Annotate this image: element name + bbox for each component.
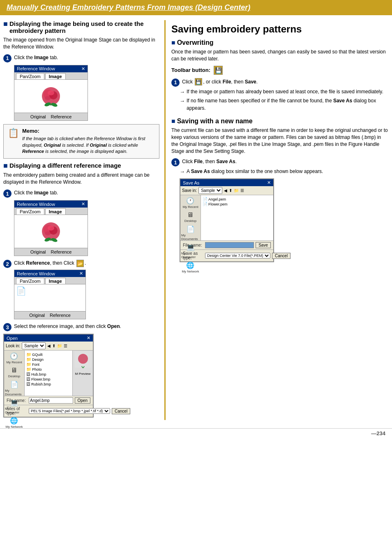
arrow-item-2: → If no file name has been specified or … xyxy=(180,97,389,112)
ref-footer-original-2[interactable]: Original xyxy=(30,249,46,254)
ref-window-2-content xyxy=(14,215,88,248)
cancel-button-open[interactable]: Cancel xyxy=(112,408,130,414)
folder-font[interactable]: 📁 Font xyxy=(26,362,71,367)
save-icon-inline[interactable]: 💾 xyxy=(195,78,202,85)
file-flowerpem[interactable]: 📄 Flower.pem xyxy=(203,202,272,206)
tab-image-1[interactable]: Image xyxy=(45,73,66,79)
saveas-sidebar-myrecent[interactable]: 🕐 My Recent xyxy=(182,197,198,209)
save-toolbar-icon[interactable]: 💾 xyxy=(214,66,223,75)
file-icon-flowerbmp: 🖼 xyxy=(26,377,30,381)
saveas-dialog-title-text: Save As xyxy=(183,180,199,185)
rose-image-1 xyxy=(39,84,63,108)
close-icon-3[interactable]: ✕ xyxy=(79,271,83,276)
toolbar-view-icon[interactable]: ☰ xyxy=(64,344,67,348)
ref-footer-reference-3[interactable]: Reference xyxy=(50,313,71,318)
saveas-back-icon[interactable]: ◀ xyxy=(224,188,227,193)
step3-section2-num: 3 xyxy=(3,323,12,331)
tab-panzoom-2[interactable]: Pan/Zoom xyxy=(16,208,44,215)
file-icon-flowerpem: 📄 xyxy=(203,202,208,206)
folder-design[interactable]: 📁 Design xyxy=(26,357,71,362)
saveas-sidebar-mydocs[interactable]: 📄 My Documents xyxy=(181,225,200,241)
ref-window-2-footer: Original Reference xyxy=(14,248,88,256)
sidebar-desktop[interactable]: 🖥 Desktop xyxy=(8,367,20,378)
arrow-text-2: If no file name has been specified or if… xyxy=(187,97,389,112)
filetype-select-open[interactable]: PEL'S Image Files(*.pel *.bmp *.jpel *.t… xyxy=(29,408,110,414)
saveas-dialog-footer2: Save as type: Design Center Vie 7.0 File… xyxy=(180,249,273,261)
file-flowerbmp[interactable]: 🖼 Flower.bmp xyxy=(26,377,71,381)
saveas-dialog-title: Save As ✕ xyxy=(180,179,273,186)
open-dialog-title: Open ✕ xyxy=(4,335,93,342)
saveas-sidebar-mynetwork[interactable]: 🌐 My Network xyxy=(182,261,199,273)
folder-label-design: Design xyxy=(32,358,44,362)
svg-point-3 xyxy=(48,90,54,95)
newname-title: ■ Saving with a new name xyxy=(171,118,389,125)
savein-dropdown[interactable]: Sample xyxy=(198,187,222,194)
arrow-sym-1: → xyxy=(180,88,185,96)
ref-window-3-footer: Original Reference xyxy=(14,311,85,319)
saveas-up-icon[interactable]: ⬆ xyxy=(229,188,232,193)
saveas-mydocs-label: My Documents xyxy=(181,233,200,241)
tab-panzoom-3[interactable]: Pan/Zoom xyxy=(16,278,44,284)
cancel-button-saveas[interactable]: Cancel xyxy=(272,253,291,259)
saveas-sidebar-desktop[interactable]: 🖥 Desktop xyxy=(184,211,196,223)
sidebar-myrecent[interactable]: 🕐 My Recent xyxy=(6,352,22,364)
tab-panzoom-1[interactable]: Pan/Zoom xyxy=(16,73,44,79)
tab-image-3[interactable]: Image xyxy=(45,278,66,284)
open-dialog-toolbar: Look in: Sample ◀ ⬆ 📁 ☰ xyxy=(4,342,93,351)
file-label-flowerpem: Flower.pem xyxy=(208,202,228,206)
filename-input-open[interactable] xyxy=(29,397,73,404)
open-button[interactable]: Open xyxy=(75,397,90,404)
toolbar-new-icon[interactable]: 📁 xyxy=(57,344,62,348)
ref-footer-reference[interactable]: Reference xyxy=(51,114,72,119)
file-angelpem[interactable]: 📄 Angel.pem xyxy=(203,197,272,201)
arrow-sym-3: → xyxy=(180,168,185,176)
ref-window-1-title-text: Reference Window xyxy=(17,66,55,71)
file-rubbishbmp[interactable]: 🖼 Rubish.bmp xyxy=(26,382,71,386)
saveas-myrecent-label: My Recent xyxy=(182,205,198,209)
memo-icon: 📋 xyxy=(8,128,19,155)
filetype-select-saveas[interactable]: Design Center Vie 7.0 File(*.PEM) xyxy=(205,253,270,259)
filename-input-saveas[interactable] xyxy=(205,242,254,248)
mydocs-icon: 📄 xyxy=(10,381,18,388)
tab-image-2[interactable]: Image xyxy=(45,208,66,215)
section1-body: The image opened from the Original Image… xyxy=(3,37,159,51)
file-icon-angelpem: 📄 xyxy=(203,197,208,201)
section1-title-text: Displaying the image being used to creat… xyxy=(9,20,159,34)
saveas-mynetwork-icon: 🌐 xyxy=(186,261,194,269)
save-button[interactable]: Save xyxy=(256,242,271,248)
saveas-desktop-label: Desktop xyxy=(184,219,196,223)
preview-image xyxy=(75,351,91,372)
sidebar-mynetwork[interactable]: 🌐 My Network xyxy=(5,417,23,429)
folder-icon-font: 📁 xyxy=(26,362,31,367)
close-icon-2[interactable]: ✕ xyxy=(81,201,85,207)
file-hubbmp[interactable]: 🖼 Hub.bmp xyxy=(26,372,71,376)
saveas-dialog-close-icon[interactable]: ✕ xyxy=(267,180,271,185)
saveas-mynetwork-label: My Network xyxy=(182,270,199,273)
folder-open-icon[interactable]: 📂 xyxy=(76,260,84,267)
saveas-new-icon[interactable]: 📁 xyxy=(234,188,239,193)
close-icon[interactable]: ✕ xyxy=(81,66,85,72)
open-dialog-close-icon[interactable]: ✕ xyxy=(87,335,90,341)
sidebar-mydocs[interactable]: 📄 My Documents xyxy=(5,381,23,396)
ref-footer-original[interactable]: Original xyxy=(30,114,46,119)
folder-gquilt[interactable]: 📁 GQuilt xyxy=(26,352,71,357)
toolbar-up-icon[interactable]: ⬆ xyxy=(52,344,55,348)
saveas-view-icon[interactable]: ☰ xyxy=(240,188,244,193)
toolbar-back-icon[interactable]: ◀ xyxy=(47,344,51,348)
folder-label-photo: Photo xyxy=(32,367,42,372)
section1-bullet: ■ xyxy=(3,20,8,28)
saveas-desktop-icon: 🖥 xyxy=(187,211,194,219)
ref-window-3-tabs: Pan/Zoom Image xyxy=(14,277,85,284)
header-title: Manually Creating Embroidery Patterns Fr… xyxy=(7,3,250,12)
step1-section2-num: 1 xyxy=(3,189,12,198)
step1-section2-text: Click the Image tab. xyxy=(14,189,58,196)
ref-window-2-title-text: Reference Window xyxy=(17,202,55,207)
lookin-dropdown[interactable]: Sample xyxy=(22,342,46,349)
folder-photo[interactable]: 📁 Photo xyxy=(26,367,71,372)
ref-footer-reference-2[interactable]: Reference xyxy=(51,249,72,254)
open-dialog-footer2: Files of type: PEL'S Image Files(*.pel *… xyxy=(4,405,93,417)
ref-window-3: Reference Window ✕ Pan/Zoom Image 📄 Orig… xyxy=(14,270,86,319)
ref-footer-original-3[interactable]: Original xyxy=(29,313,45,318)
file-label-rubbishbmp: Rubish.bmp xyxy=(31,382,51,386)
overwriting-bullet: ■ xyxy=(171,39,175,46)
